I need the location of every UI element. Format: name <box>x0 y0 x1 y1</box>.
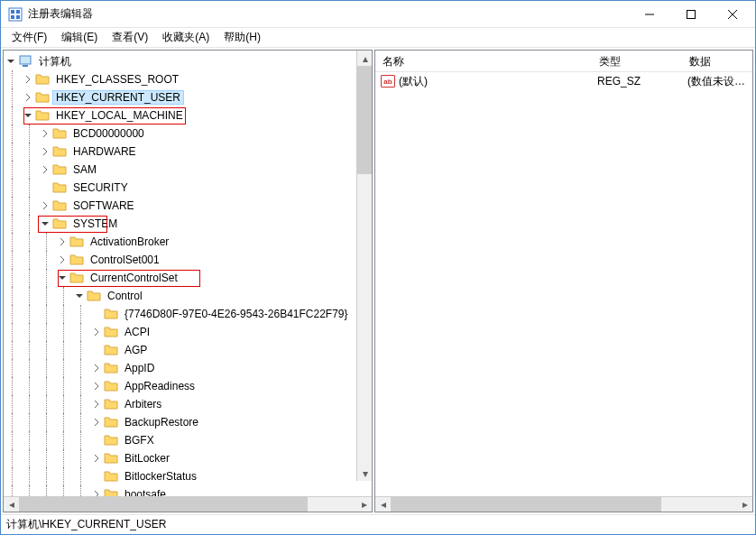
tree-bootsafe[interactable]: bootsafe <box>4 485 356 496</box>
scroll-thumb[interactable] <box>357 66 372 174</box>
expander-icon[interactable] <box>89 361 104 375</box>
svg-rect-6 <box>687 10 696 18</box>
tree-label: CurrentControlSet <box>87 272 181 284</box>
expander-icon[interactable] <box>89 451 104 466</box>
expander-icon[interactable] <box>55 253 69 267</box>
expander-icon[interactable] <box>89 415 104 429</box>
tree-guid[interactable]: {7746D80F-97E0-4E26-9543-26B41FC22F79} <box>4 305 356 323</box>
tree-hkcu[interactable]: HKEY_CURRENT_USER <box>4 88 356 106</box>
tree-label: Control <box>104 290 146 302</box>
tree-label: BCD00000000 <box>69 127 148 140</box>
expander-icon[interactable] <box>38 198 52 213</box>
tree-hklm[interactable]: HKEY_LOCAL_MACHINE <box>4 106 356 125</box>
tree-hardware[interactable]: HARDWARE <box>4 143 356 161</box>
scroll-left-icon[interactable]: ◂ <box>375 497 391 512</box>
tree-software[interactable]: SOFTWARE <box>4 197 356 215</box>
tree-label: 计算机 <box>35 54 75 69</box>
tree-label: HARDWARE <box>69 145 140 158</box>
expander-icon[interactable] <box>89 325 104 339</box>
expander-icon[interactable] <box>89 397 104 411</box>
tree-hkcr[interactable]: HKEY_CLASSES_ROOT <box>4 70 356 88</box>
expander-icon[interactable] <box>21 108 35 123</box>
tree-root[interactable]: 计算机 <box>4 52 356 70</box>
menu-help[interactable]: 帮助(H) <box>217 28 268 47</box>
expander-icon[interactable] <box>21 90 35 105</box>
svg-rect-10 <box>23 65 28 67</box>
expander-icon[interactable] <box>55 271 69 285</box>
tree-pane: 计算机HKEY_CLASSES_ROOTHKEY_CURRENT_USERHKE… <box>3 50 373 512</box>
tree-appreadiness[interactable]: AppReadiness <box>4 377 356 395</box>
tree-bgfx[interactable]: BGFX <box>4 431 356 449</box>
tree-bitlocker[interactable]: BitLocker <box>4 449 356 467</box>
tree-label: SAM <box>69 163 100 176</box>
expander-icon[interactable] <box>89 487 104 496</box>
list-horizontal-scrollbar[interactable]: ◂ ▸ <box>375 496 752 512</box>
tree-security[interactable]: SECURITY <box>4 179 356 197</box>
column-name[interactable]: 名称 <box>375 51 592 71</box>
tree-vertical-scrollbar[interactable]: ▴ ▾ <box>356 51 372 481</box>
tree-control[interactable]: Control <box>4 287 356 305</box>
folder-icon <box>104 361 118 375</box>
expander-icon[interactable] <box>38 162 52 177</box>
expander-icon[interactable] <box>4 54 18 69</box>
tree-appid[interactable]: AppID <box>4 359 356 377</box>
value-data: (数值未设置) <box>682 74 752 89</box>
tree-arbiters[interactable]: Arbiters <box>4 395 356 413</box>
tree-label: HKEY_LOCAL_MACHINE <box>52 109 187 122</box>
scroll-thumb[interactable] <box>391 497 661 512</box>
folder-icon <box>69 235 84 249</box>
scroll-right-icon[interactable]: ▸ <box>737 497 752 512</box>
tree-system[interactable]: SYSTEM <box>4 215 356 233</box>
tree-label: HKEY_CURRENT_USER <box>52 90 184 105</box>
tree-label: BitLocker <box>121 452 173 465</box>
tree-backuprestore[interactable]: BackupRestore <box>4 413 356 431</box>
scroll-right-icon[interactable]: ▸ <box>356 497 372 512</box>
tree-agp[interactable]: AGP <box>4 341 356 359</box>
scroll-left-icon[interactable]: ◂ <box>4 497 19 512</box>
window-title: 注册表编辑器 <box>28 6 629 22</box>
expander-icon[interactable] <box>89 379 104 393</box>
expander-icon[interactable] <box>38 144 52 159</box>
values-pane: 名称 类型 数据 ab (默认) REG_SZ (数值未设置) ◂ ▸ <box>374 50 753 512</box>
expander-icon[interactable] <box>21 72 35 87</box>
scroll-thumb[interactable] <box>19 497 308 512</box>
expander-icon[interactable] <box>38 217 52 231</box>
tree-bitlockerstatus[interactable]: BitlockerStatus <box>4 467 356 485</box>
folder-icon <box>52 162 67 177</box>
menu-favorites[interactable]: 收藏夹(A) <box>155 28 217 47</box>
tree-activationbroker[interactable]: ActivationBroker <box>4 233 356 251</box>
minimize-button[interactable] <box>629 1 670 28</box>
list-row[interactable]: ab (默认) REG_SZ (数值未设置) <box>375 72 752 90</box>
menu-edit[interactable]: 编辑(E) <box>54 28 105 47</box>
tree-label: ActivationBroker <box>87 235 172 248</box>
menu-view[interactable]: 查看(V) <box>105 28 155 47</box>
tree-horizontal-scrollbar[interactable]: ◂ ▸ <box>4 496 372 512</box>
expander-icon[interactable] <box>38 126 52 141</box>
menu-file[interactable]: 文件(F) <box>5 28 54 47</box>
tree-label: SYSTEM <box>69 217 121 230</box>
tree-sam[interactable]: SAM <box>4 161 356 179</box>
folder-icon <box>104 487 118 496</box>
tree-label: ControlSet001 <box>87 254 163 266</box>
tree-acpi[interactable]: ACPI <box>4 323 356 341</box>
folder-icon <box>87 289 101 303</box>
scroll-down-icon[interactable]: ▾ <box>357 466 372 481</box>
maximize-button[interactable] <box>670 1 712 28</box>
folder-icon <box>104 433 118 447</box>
titlebar[interactable]: 注册表编辑器 <box>1 1 755 28</box>
expander-icon[interactable] <box>55 235 69 249</box>
expander-none <box>89 469 104 484</box>
tree-currentcontrolset[interactable]: CurrentControlSet <box>4 269 356 287</box>
close-button[interactable] <box>712 1 753 28</box>
folder-icon <box>35 108 50 123</box>
tree-label: SECURITY <box>69 181 132 194</box>
registry-tree[interactable]: 计算机HKEY_CLASSES_ROOTHKEY_CURRENT_USERHKE… <box>4 51 356 496</box>
tree-controlset001[interactable]: ControlSet001 <box>4 251 356 269</box>
expander-icon[interactable] <box>72 289 87 303</box>
column-type[interactable]: 类型 <box>592 51 682 71</box>
tree-bcd[interactable]: BCD00000000 <box>4 125 356 143</box>
column-data[interactable]: 数据 <box>682 51 752 71</box>
scroll-up-icon[interactable]: ▴ <box>357 51 372 66</box>
values-list[interactable]: ab (默认) REG_SZ (数值未设置) <box>375 72 752 496</box>
folder-icon <box>104 307 118 321</box>
